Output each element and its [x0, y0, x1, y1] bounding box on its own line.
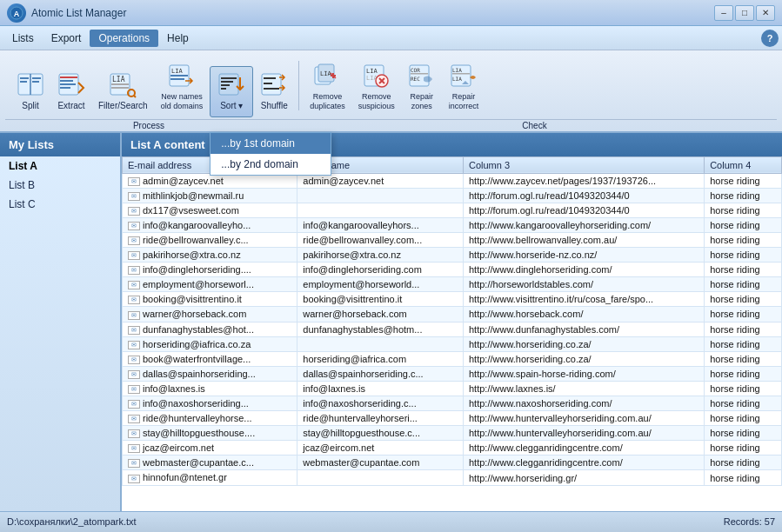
- cell-col3: http://www.laxnes.is/: [464, 381, 705, 396]
- cell-col3: http://www.huntervalleyhorseriding.com.a…: [464, 426, 705, 441]
- status-records: Records: 57: [724, 516, 775, 527]
- sidebar-header: My Lists: [0, 133, 120, 156]
- table-row[interactable]: ✉webmaster@cupantae.c...webmaster@cupant…: [123, 456, 782, 470]
- svg-text:LIA: LIA: [452, 67, 462, 73]
- sort-by-2nd-domain[interactable]: ...by 2nd domain: [211, 154, 331, 175]
- table-row[interactable]: ✉admin@zaycev.netadmin@zaycev.nethttp://…: [123, 173, 782, 188]
- repair-zones-button[interactable]: COR REC Repairzones: [402, 57, 442, 117]
- cell-col3: http://horseworldstables.com/: [464, 277, 705, 292]
- table-row[interactable]: ✉booking@visittrentino.itbooking@visittr…: [123, 292, 782, 307]
- table-row[interactable]: ✉dx117@vsesweet.comhttp://forum.ogl.ru/r…: [123, 203, 782, 217]
- svg-text:COR: COR: [411, 67, 420, 73]
- cell-col4: horse riding: [705, 263, 782, 277]
- table-container[interactable]: E-mail address User name Column 3 Column…: [122, 156, 782, 511]
- table-row[interactable]: ✉book@waterfrontvillage...horseriding@ia…: [123, 351, 782, 366]
- cell-col3: http://www.dunfanaghystables.com/: [464, 322, 705, 336]
- sidebar-item-list-c[interactable]: List C: [0, 195, 120, 214]
- sidebar-item-list-b[interactable]: List B: [0, 176, 120, 195]
- shuffle-icon: [260, 70, 288, 98]
- svg-text:LIA: LIA: [366, 68, 378, 75]
- table-row[interactable]: ✉horseriding@iafrica.co.zahttp://www.hor…: [123, 336, 782, 351]
- cell-col4: horse riding: [705, 336, 782, 351]
- maximize-button[interactable]: □: [735, 5, 754, 21]
- menu-operations[interactable]: Operations: [90, 30, 158, 47]
- table-row[interactable]: ✉hinnofun@ntenet.grhttp://www.horseridin…: [123, 470, 782, 485]
- cell-col3: http://www.naxoshorseriding.com/: [464, 396, 705, 411]
- extract-button[interactable]: Extract: [51, 66, 91, 117]
- cell-col4: horse riding: [705, 470, 782, 485]
- cell-col4: horse riding: [705, 366, 782, 381]
- cell-email: ✉warner@horseback.com: [123, 307, 297, 322]
- cell-username: [297, 470, 464, 485]
- table-row[interactable]: ✉ride@huntervalleyhorse...ride@hunterval…: [123, 411, 782, 426]
- new-names-button[interactable]: LIA New namesold domains: [155, 57, 210, 117]
- app-icon: A: [7, 3, 26, 23]
- svg-rect-30: [264, 77, 276, 79]
- window-title: Atomic List Manager: [31, 7, 126, 19]
- cell-col3: http://www.horseriding.co.za/: [464, 351, 705, 366]
- table-row[interactable]: ✉pakirihorse@xtra.co.nzpakirihorse@xtra.…: [123, 248, 782, 263]
- table-row[interactable]: ✉info@naxoshorseriding...info@naxoshorse…: [123, 396, 782, 411]
- svg-line-18: [134, 96, 136, 97]
- shuffle-label: Shuffle: [261, 101, 288, 111]
- table-row[interactable]: ✉employment@horseworl...employment@horse…: [123, 277, 782, 292]
- cell-email: ✉info@laxnes.is: [123, 381, 297, 396]
- table-row[interactable]: ✉mithlinkjob@newmail.ruhttp://forum.ogl.…: [123, 188, 782, 203]
- repair-incorrect-button[interactable]: LIA LIA Repairincorrect: [443, 57, 485, 117]
- minimize-button[interactable]: –: [714, 5, 733, 21]
- sort-label: Sort ▾: [220, 101, 243, 111]
- cell-username: [297, 188, 464, 203]
- cell-username: info@naxoshorseriding.c...: [297, 396, 464, 411]
- menu-help[interactable]: Help: [158, 30, 197, 47]
- check-section-label: Check: [292, 120, 777, 131]
- help-icon[interactable]: ?: [761, 30, 779, 47]
- cell-col3: http://www.horseriding.co.za/: [464, 336, 705, 351]
- remove-duplicates-button[interactable]: LIA Removeduplicates: [304, 57, 351, 117]
- cell-username: [297, 203, 464, 217]
- repair-incorrect-label: Repairincorrect: [449, 92, 479, 111]
- svg-text:LIA: LIA: [320, 70, 331, 77]
- table-row[interactable]: ✉info@kangaroovalleyho...info@kangaroova…: [123, 217, 782, 232]
- split-button[interactable]: Split: [10, 66, 50, 117]
- table-row[interactable]: ✉info@dinglehorseriding....info@dingleho…: [123, 263, 782, 277]
- filter-search-button[interactable]: LIA Filter/Search: [92, 66, 154, 117]
- cell-email: ✉hinnofun@ntenet.gr: [123, 470, 297, 485]
- table-row[interactable]: ✉ride@bellrowanvalley.c...ride@bellrowan…: [123, 232, 782, 247]
- sort-by-1st-domain[interactable]: ...by 1st domain: [211, 133, 331, 154]
- cell-email: ✉stay@hilltopguesthouse....: [123, 426, 297, 441]
- sidebar: My Lists List A List B List C: [0, 133, 122, 511]
- shuffle-button[interactable]: Shuffle: [254, 66, 294, 117]
- table-row[interactable]: ✉stay@hilltopguesthouse....stay@hilltopg…: [123, 426, 782, 441]
- menu-export[interactable]: Export: [43, 30, 90, 47]
- cell-col4: horse riding: [705, 396, 782, 411]
- cell-col4: horse riding: [705, 411, 782, 426]
- remove-duplicates-label: Removeduplicates: [310, 92, 345, 111]
- table-row[interactable]: ✉info@laxnes.isinfo@laxnes.ishttp://www.…: [123, 381, 782, 396]
- table-row[interactable]: ✉dunfanaghystables@hot...dunfanaghystabl…: [123, 322, 782, 336]
- remove-suspicious-button[interactable]: LIA LIA Removesuspicious: [352, 57, 401, 117]
- cell-email: ✉ride@bellrowanvalley.c...: [123, 232, 297, 247]
- sort-button[interactable]: Sort ▾: [210, 66, 253, 117]
- svg-text:REC: REC: [411, 76, 420, 82]
- cell-col3: http://www.visittrentino.it/ru/cosa_fare…: [464, 292, 705, 307]
- cell-username: webmaster@cupantae.com: [297, 456, 464, 470]
- data-table: E-mail address User name Column 3 Column…: [122, 156, 782, 486]
- cell-col4: horse riding: [705, 307, 782, 322]
- svg-rect-10: [60, 80, 73, 82]
- cell-email: ✉info@kangaroovalleyho...: [123, 217, 297, 232]
- svg-rect-21: [170, 75, 188, 76]
- menu-lists[interactable]: Lists: [3, 30, 43, 47]
- cell-username: pakirihorse@xtra.co.nz: [297, 248, 464, 263]
- toolbar: Split Extract LIA: [0, 50, 782, 133]
- svg-text:A: A: [14, 10, 20, 18]
- table-row[interactable]: ✉dallas@spainhorseriding...dallas@spainh…: [123, 366, 782, 381]
- svg-rect-5: [20, 81, 27, 83]
- close-button[interactable]: ✕: [756, 5, 775, 21]
- cell-col4: horse riding: [705, 173, 782, 188]
- table-row[interactable]: ✉warner@horseback.comwarner@horseback.co…: [123, 307, 782, 322]
- cell-col4: horse riding: [705, 381, 782, 396]
- sidebar-item-list-a[interactable]: List A: [0, 156, 120, 176]
- table-row[interactable]: ✉jcaz@eircom.netjcaz@eircom.nethttp://ww…: [123, 441, 782, 456]
- cell-col3: http://www.clegganridingcentre.com/: [464, 441, 705, 456]
- cell-email: ✉mithlinkjob@newmail.ru: [123, 188, 297, 203]
